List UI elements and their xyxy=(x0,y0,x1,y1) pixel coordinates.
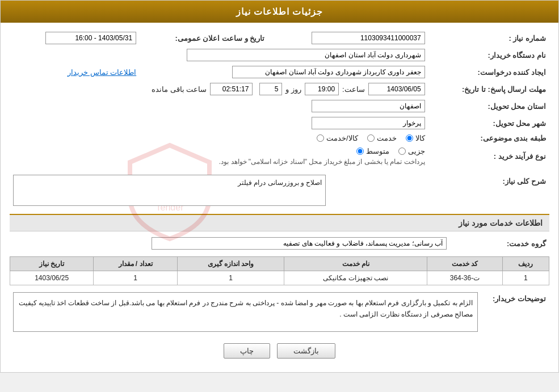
tabaqe-label: طبقه بندی موضوعی: xyxy=(428,132,549,145)
shomara-value xyxy=(268,29,428,47)
radio-motevaset-label[interactable]: متوسط xyxy=(356,147,389,155)
ostan-value xyxy=(10,98,428,115)
radio-motevaset-text: متوسط xyxy=(366,147,389,155)
row-shomara: شماره نیاز : تاریخ و ساعت اعلان عمومی: xyxy=(10,29,549,47)
cell-count: 1 xyxy=(94,271,177,285)
shahr-label: شهر محل تحویل: xyxy=(428,115,549,132)
th-date: تاریخ نیاز xyxy=(10,257,94,271)
mohlat-label: مهلت ارسال پاسخ: تا تاریخ: xyxy=(428,81,549,98)
row-nooe: نوع فرآیند خرید : جزیی متوسط xyxy=(10,145,549,168)
nooe-note: پرداخت تمام یا بخشی از مبلغ خریداز محل "… xyxy=(13,158,425,166)
radio-kala-label[interactable]: کالا xyxy=(406,134,425,142)
tawzihat-table: توضیحات خریدار: الزام به تکمیل و بارگزار… xyxy=(10,290,549,334)
sharh-container: Ana Tender اصلاح و بروزرسانی درام فیلتر xyxy=(13,175,326,206)
mohlat-roz-input[interactable] xyxy=(259,83,282,95)
radio-kala[interactable] xyxy=(406,134,413,142)
roz-label: روز و xyxy=(285,85,301,94)
services-table: ردیف کد خدمت نام خدمت واحد اندازه گیری ت… xyxy=(10,256,549,285)
grouh-label: گروه خدمت: xyxy=(450,235,549,252)
back-button[interactable]: بازگشت xyxy=(277,343,335,359)
ostan-label: استان محل تحویل: xyxy=(428,98,549,115)
tawzihat-text: الزام به تکمیل و بارگزاری فرم استعلام به… xyxy=(13,292,478,332)
radio-kala-khedmat-text: کالا/خدمت xyxy=(326,134,358,142)
row-dastgah: نام دستگاه خریدار: xyxy=(10,47,549,64)
tarikh-input[interactable] xyxy=(45,32,136,44)
cell-code: ت-36-364 xyxy=(427,271,503,285)
radio-khedmat-text: خدمت xyxy=(377,134,397,142)
info-table: شماره نیاز : تاریخ و ساعت اعلان عمومی: ن… xyxy=(10,29,549,168)
mohlat-saat-input[interactable] xyxy=(305,83,339,95)
grouh-value-cell xyxy=(10,235,450,252)
section-khadamat: اطلاعات خدمات مورد نیاز xyxy=(10,214,549,231)
tarikh-label: تاریخ و ساعت اعلان عمومی: xyxy=(140,29,268,47)
content-area: شماره نیاز : تاریخ و ساعت اعلان عمومی: ن… xyxy=(1,23,558,372)
th-count: تعداد / مقدار xyxy=(94,257,177,271)
shahr-input[interactable] xyxy=(312,117,425,129)
ijad-input[interactable] xyxy=(232,66,425,78)
th-radif: ردیف xyxy=(502,257,549,271)
grouh-table: گروه خدمت: xyxy=(10,235,549,252)
radio-kala-khedmat[interactable] xyxy=(317,134,324,142)
th-name: نام خدمت xyxy=(284,257,427,271)
tabaqe-radio-group: کالا خدمت کالا/خدمت xyxy=(13,134,425,142)
services-thead: ردیف کد خدمت نام خدمت واحد اندازه گیری ت… xyxy=(10,257,549,271)
shomara-input[interactable] xyxy=(312,32,425,44)
tarikh-value xyxy=(10,29,140,47)
row-grouh: گروه خدمت: xyxy=(10,235,549,252)
nooe-container: جزیی متوسط پرداخت تمام یا بخشی از مبلغ خ… xyxy=(13,147,425,166)
saat-label: ساعت: xyxy=(342,85,365,94)
header-title: جزئیات اطلاعات نیاز xyxy=(236,7,323,16)
tawzihat-label: توضیحات خریدار: xyxy=(481,290,549,334)
row-shahr: شهر محل تحویل: xyxy=(10,115,549,132)
page-wrapper: جزئیات اطلاعات نیاز شماره نیاز : تاریخ و… xyxy=(0,0,559,373)
ettelaat-cell: اطلاعات تماس خریدار xyxy=(10,64,140,81)
mande-label: ساعت باقی مانده xyxy=(152,85,207,94)
cell-radif: 1 xyxy=(502,271,549,285)
row-ostan: استان محل تحویل: xyxy=(10,98,549,115)
radio-jozi[interactable] xyxy=(398,147,406,155)
row-mohlat: مهلت ارسال پاسخ: تا تاریخ: ساعت: روز و س… xyxy=(10,81,549,98)
radio-jozi-text: جزیی xyxy=(408,147,425,155)
row-tawzihat: توضیحات خریدار: الزام به تکمیل و بارگزار… xyxy=(10,290,549,334)
ijad-label: ایجاد کننده درخواست: xyxy=(428,64,549,81)
page-header: جزئیات اطلاعات نیاز xyxy=(1,1,558,23)
shomara-label: شماره نیاز : xyxy=(428,29,549,47)
nooe-radio-group: جزیی متوسط xyxy=(13,147,425,155)
row-sharh: شرح کلی نیاز: Ana Tender اصلاح و بروزرسا… xyxy=(10,172,549,208)
nooe-label: نوع فرآیند خرید : xyxy=(428,145,549,168)
radio-kala-text: کالا xyxy=(415,134,425,142)
grouh-input[interactable] xyxy=(152,237,447,250)
cell-name: نصب تجهیزات مکانیکی xyxy=(284,271,427,285)
dastgah-value xyxy=(10,47,428,64)
th-unit: واحد اندازه گیری xyxy=(177,257,284,271)
radio-khedmat[interactable] xyxy=(367,134,375,142)
cell-unit: 1 xyxy=(177,271,284,285)
services-tbody: 1 ت-36-364 نصب تجهیزات مکانیکی 1 1 1403/… xyxy=(10,271,549,285)
nooe-value: جزیی متوسط پرداخت تمام یا بخشی از مبلغ خ… xyxy=(10,145,428,168)
button-row: بازگشت چاپ xyxy=(10,343,549,359)
sharh-value-cell: Ana Tender اصلاح و بروزرسانی درام فیلتر xyxy=(10,172,329,208)
sharh-label: شرح کلی نیاز: xyxy=(329,172,549,208)
mohlat-value: ساعت: روز و ساعت باقی مانده xyxy=(10,81,428,98)
shahr-value xyxy=(10,115,428,132)
mohlat-countdown-input[interactable] xyxy=(210,83,253,95)
radio-jozi-label[interactable]: جزیی xyxy=(398,147,425,155)
radio-khedmat-label[interactable]: خدمت xyxy=(367,134,397,142)
cell-date: 1403/06/25 xyxy=(10,271,94,285)
tabaqe-options: کالا خدمت کالا/خدمت xyxy=(10,132,428,145)
ijad-value xyxy=(140,64,428,81)
dastgah-input[interactable] xyxy=(187,49,425,61)
mohlat-row: ساعت: روز و ساعت باقی مانده xyxy=(13,83,425,95)
radio-kala-khedmat-label[interactable]: کالا/خدمت xyxy=(317,134,358,142)
dastgah-label: نام دستگاه خریدار: xyxy=(428,47,549,64)
row-tabaqe: طبقه بندی موضوعی: کالا خدمت کالا/خدمت xyxy=(10,132,549,145)
services-header-row: ردیف کد خدمت نام خدمت واحد اندازه گیری ت… xyxy=(10,257,549,271)
sharh-table: شرح کلی نیاز: Ana Tender اصلاح و بروزرسا… xyxy=(10,172,549,208)
mohlat-date-input[interactable] xyxy=(368,83,425,95)
print-button[interactable]: چاپ xyxy=(224,343,270,359)
row-ijad: ایجاد کننده درخواست: اطلاعات تماس خریدار xyxy=(10,64,549,81)
table-row: 1 ت-36-364 نصب تجهیزات مکانیکی 1 1 1403/… xyxy=(10,271,549,285)
ostan-input[interactable] xyxy=(312,100,425,112)
ettelaat-tamas-link[interactable]: اطلاعات تماس خریدار xyxy=(68,68,136,77)
radio-motevaset[interactable] xyxy=(356,147,364,155)
